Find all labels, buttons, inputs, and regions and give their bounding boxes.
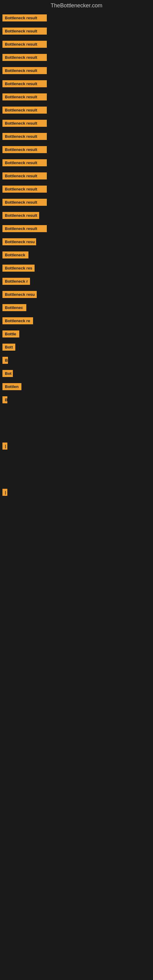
bottleneck-result-bar: Bottleneck res	[2, 265, 35, 272]
bottleneck-result-bar: B	[2, 357, 8, 364]
list-item: Bottleneck re	[0, 315, 153, 328]
list-item	[0, 407, 153, 417]
list-item: Bot	[0, 368, 153, 380]
list-item: Bottleneck result	[0, 131, 153, 143]
list-item: Bottleneck result	[0, 13, 153, 24]
list-item: Bottleneck result	[0, 144, 153, 156]
bottleneck-result-bar: Bottleneck result	[2, 54, 47, 61]
list-item: Bottleneck result	[0, 158, 153, 169]
list-item	[0, 430, 153, 439]
list-item: B	[0, 395, 153, 406]
list-item: Bottlen	[0, 381, 153, 393]
list-item	[0, 465, 153, 475]
bottleneck-result-bar: Bottleneck result	[2, 133, 47, 140]
list-item: Bottleneck result	[0, 118, 153, 130]
list-item	[0, 476, 153, 486]
list-item	[0, 454, 153, 464]
list-item: Bottleneck result	[0, 170, 153, 183]
bottleneck-result-bar: |	[2, 489, 7, 496]
list-item: Bottleneck	[0, 250, 153, 261]
bottleneck-result-bar: Bottleneck re	[2, 317, 33, 324]
list-item: B	[0, 355, 153, 367]
bottleneck-result-bar: Bottleneck resu	[2, 238, 36, 245]
bottleneck-result-bar: Bottleneck result	[2, 80, 47, 87]
bottleneck-result-bar: Bottleneck r	[2, 278, 30, 285]
bottleneck-result-bar: Bottle	[2, 331, 19, 337]
list-item: Bottleneck result	[0, 92, 153, 103]
bottleneck-result-bar: Bottlenec	[2, 304, 26, 311]
list-item: Bottleneck result	[0, 223, 153, 235]
bottleneck-result-bar: Bottleneck result	[2, 107, 47, 114]
bottleneck-result-bar: Bottlen	[2, 383, 21, 390]
bottleneck-result-bar: B	[2, 396, 7, 403]
bottleneck-result-bar: Bottleneck result	[2, 199, 47, 206]
list-item: Bottleneck result	[0, 65, 153, 77]
list-item: Bottleneck result	[0, 39, 153, 51]
list-item: Bottleneck r	[0, 276, 153, 288]
list-item: |	[0, 487, 153, 499]
list-item: |	[0, 441, 153, 453]
list-item: Bottleneck result	[0, 184, 153, 196]
bottleneck-result-bar: Bottleneck result	[2, 212, 39, 219]
bottleneck-result-bar: Bottleneck	[2, 251, 29, 258]
bottleneck-result-bar: Bottleneck result	[2, 27, 47, 35]
list-item: Bottleneck result	[0, 105, 153, 117]
bottleneck-result-bar: Bottleneck result	[2, 67, 47, 74]
list-item	[0, 418, 153, 428]
bottleneck-result-bar: Bottleneck result	[2, 14, 47, 21]
list-item: Bott	[0, 342, 153, 354]
list-item: Bottleneck result	[0, 52, 153, 64]
bottleneck-result-bar: Bottleneck result	[2, 41, 47, 48]
list-item: Bottleneck result	[0, 78, 153, 90]
bottleneck-result-bar: Bottleneck result	[2, 120, 47, 127]
bottleneck-result-bar: Bot	[2, 370, 13, 377]
bottleneck-result-bar: Bottleneck result	[2, 159, 47, 166]
list-item: Bottleneck result	[0, 197, 153, 209]
list-item: Bottleneck resu	[0, 289, 153, 301]
list-item: Bottleneck result	[0, 210, 153, 222]
bottleneck-result-bar: Bottleneck resu	[2, 291, 37, 298]
bottleneck-result-bar: Bottleneck result	[2, 186, 47, 192]
list-item: Bottlenec	[0, 302, 153, 314]
list-item: Bottleneck res	[0, 263, 153, 275]
bottleneck-result-bar: Bottleneck result	[2, 225, 47, 232]
bars-container: Bottleneck resultBottleneck resultBottle…	[0, 13, 153, 499]
bottleneck-result-bar: Bott	[2, 344, 15, 351]
list-item: Bottleneck resu	[0, 236, 153, 248]
site-title: TheBottlenecker.com	[0, 0, 153, 13]
bottleneck-result-bar: Bottleneck result	[2, 172, 47, 180]
bottleneck-result-bar: |	[2, 442, 7, 450]
list-item: Bottle	[0, 329, 153, 340]
bottleneck-result-bar: Bottleneck result	[2, 146, 47, 153]
list-item: Bottleneck result	[0, 26, 153, 38]
bottleneck-result-bar: Bottleneck result	[2, 94, 47, 100]
